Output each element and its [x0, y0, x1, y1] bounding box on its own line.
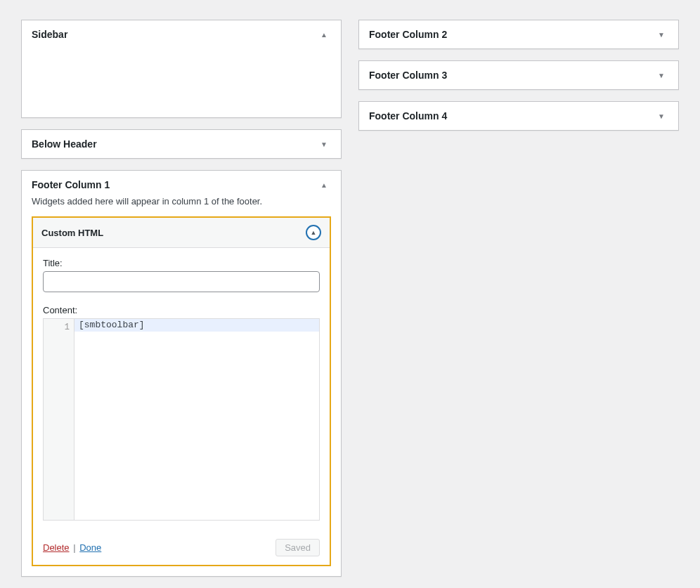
widget-area-title: Footer Column 2 [369, 29, 447, 40]
widgets-left-column: Sidebar ▲ Below Header ▼ Footer Column 1… [21, 20, 342, 588]
line-number: 1 [44, 321, 70, 334]
widgets-right-column: Footer Column 2 ▼ Footer Column 3 ▼ Foot… [358, 20, 679, 588]
widget-area-footer-col-4: Footer Column 4 ▼ [358, 101, 679, 131]
caret-down-icon: ▼ [317, 141, 331, 148]
widget-area-footer-col-2: Footer Column 2 ▼ [358, 20, 679, 49]
done-link[interactable]: Done [79, 542, 101, 553]
delete-link[interactable]: Delete [43, 542, 70, 553]
widget-area-footer-col-3: Footer Column 3 ▼ [358, 60, 679, 90]
code-line-1: [smbtoolbar] [74, 319, 319, 332]
widget-name: Custom HTML [41, 228, 103, 238]
empty-drop-zone[interactable] [32, 48, 331, 107]
widget-area-sidebar-body [22, 48, 341, 117]
widget-actions-row: Delete | Done Saved [33, 530, 330, 565]
widget-area-below-header: Below Header ▼ [21, 129, 342, 159]
widget-area-title: Footer Column 4 [369, 110, 447, 122]
caret-up-icon: ▲ [317, 31, 331, 39]
saved-button: Saved [276, 539, 320, 556]
widget-area-title: Below Header [32, 138, 97, 150]
collapse-icon[interactable]: ▲ [306, 225, 321, 240]
widget-custom-html-body: Title: Content: 1 [smbtoolbar] [33, 248, 330, 530]
widget-area-footer-col-4-header[interactable]: Footer Column 4 ▼ [359, 102, 678, 130]
widget-area-footer-col-1-header[interactable]: Footer Column 1 ▲ [22, 171, 341, 199]
widget-area-title: Sidebar [32, 29, 67, 40]
content-label: Content: [43, 305, 320, 315]
widget-area-sidebar-header[interactable]: Sidebar ▲ [22, 20, 341, 48]
widget-area-footer-col-1-body: Widgets added here will appear in column… [22, 196, 341, 576]
title-input[interactable] [43, 271, 320, 292]
widget-area-sidebar: Sidebar ▲ [21, 20, 342, 118]
caret-up-icon: ▲ [317, 181, 331, 189]
caret-down-icon: ▼ [654, 112, 668, 120]
widget-area-description: Widgets added here will appear in column… [32, 196, 331, 207]
widget-area-footer-col-3-header[interactable]: Footer Column 3 ▼ [359, 61, 678, 89]
widget-area-below-header-header[interactable]: Below Header ▼ [22, 130, 341, 158]
content-code-editor[interactable]: 1 [smbtoolbar] [43, 318, 320, 521]
caret-down-icon: ▼ [654, 72, 668, 79]
title-label: Title: [43, 258, 320, 268]
widget-custom-html-header[interactable]: Custom HTML ▲ [33, 218, 330, 248]
code-area[interactable]: [smbtoolbar] [74, 319, 319, 520]
widget-area-title: Footer Column 3 [369, 70, 447, 81]
separator: | [73, 542, 75, 553]
line-number-gutter: 1 [44, 319, 74, 520]
widget-left-actions: Delete | Done [43, 542, 101, 553]
widget-custom-html: Custom HTML ▲ Title: Content: 1 [32, 216, 331, 566]
widget-area-title: Footer Column 1 [32, 179, 110, 190]
caret-down-icon: ▼ [654, 31, 668, 39]
widget-area-footer-col-1: Footer Column 1 ▲ Widgets added here wil… [21, 170, 342, 577]
widget-area-footer-col-2-header[interactable]: Footer Column 2 ▼ [359, 20, 678, 48]
